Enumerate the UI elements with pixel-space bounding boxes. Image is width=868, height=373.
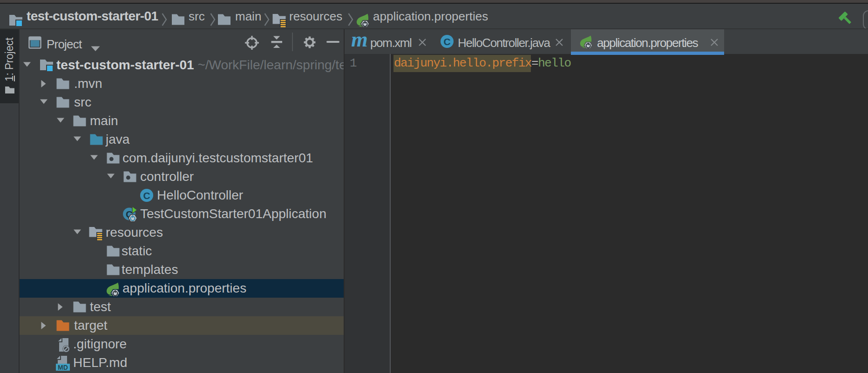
svg-text:m: m: [352, 33, 367, 48]
